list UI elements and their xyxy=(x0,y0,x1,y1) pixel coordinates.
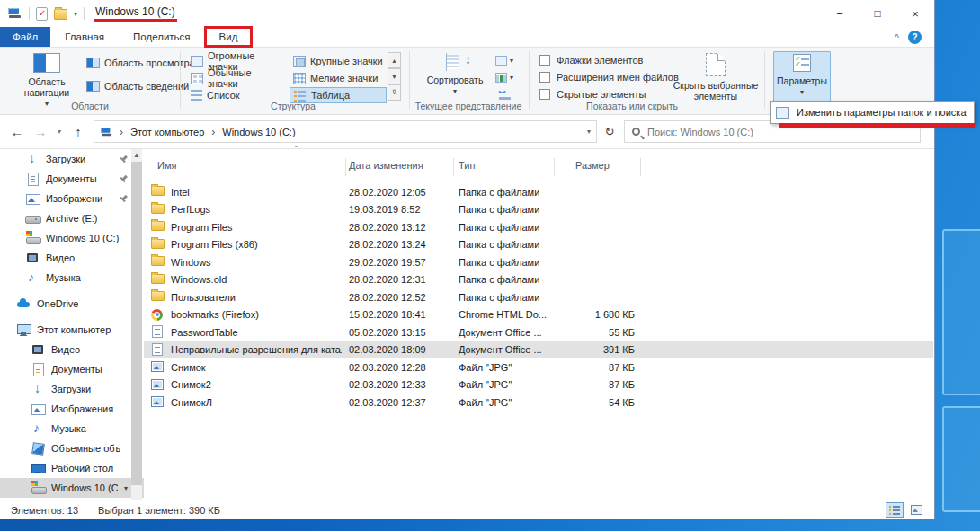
sidebar-item[interactable]: Этот компьютер xyxy=(0,320,144,340)
file-date: 02.03.2020 12:33 xyxy=(349,379,452,390)
recent-locations-icon[interactable]: ▾ xyxy=(52,128,67,136)
file-date: 28.02.2020 12:52 xyxy=(349,292,452,303)
file-name: PasswordTable xyxy=(171,327,342,338)
properties-icon[interactable] xyxy=(36,7,48,21)
crumb-separator: › xyxy=(211,126,215,138)
sidebar-item[interactable]: Документы xyxy=(0,169,144,189)
sidebar-item[interactable]: OneDrive xyxy=(0,294,144,314)
breadcrumb-current[interactable]: Windows 10 (C:) xyxy=(220,127,297,137)
sidebar-item[interactable]: Загрузки xyxy=(0,379,144,399)
add-columns-button[interactable]: ▾ xyxy=(489,70,520,85)
checkbox[interactable] xyxy=(539,55,550,66)
sidebar-item[interactable]: Документы xyxy=(0,359,144,379)
ribbon-tab[interactable]: Вид xyxy=(205,27,253,47)
up-button[interactable]: ↑ xyxy=(67,124,90,139)
sidebar-item[interactable]: Видео xyxy=(0,340,144,359)
ribbon-tab[interactable]: Файл xyxy=(0,27,50,47)
file-row[interactable]: Windows 29.02.2020 19:57 Папка с файлами xyxy=(144,253,933,271)
sidebar-item[interactable]: Видео xyxy=(0,248,144,268)
layout-option[interactable]: Обычные значки xyxy=(187,70,288,86)
checkbox[interactable] xyxy=(539,72,550,83)
details-view-button[interactable] xyxy=(886,502,904,518)
file-row[interactable]: Intel 28.02.2020 12:05 Папка с файлами xyxy=(144,183,933,201)
folder-icon xyxy=(151,239,165,249)
details-pane-button[interactable]: Область сведений xyxy=(86,81,189,92)
file-row[interactable]: Windows.old 28.02.2020 12:31 Папка с фай… xyxy=(144,271,933,289)
column-header[interactable]: Размер xyxy=(575,160,610,171)
gallery-scroll-down-icon[interactable]: ▼ xyxy=(388,68,401,84)
sidebar-item[interactable]: Загрузки xyxy=(0,149,144,169)
gallery-more-icon[interactable]: ⊽ xyxy=(388,84,401,101)
layout-option-label: Обычные значки xyxy=(208,67,284,89)
file-row[interactable]: Program Files 28.02.2020 13:12 Папка с ф… xyxy=(144,218,933,236)
thumbnails-view-button[interactable] xyxy=(907,502,925,518)
sidebar-scrollbar[interactable]: ▲ xyxy=(131,149,142,500)
sidebar-item[interactable]: Музыка xyxy=(0,419,144,438)
column-separator[interactable] xyxy=(554,158,555,176)
preview-pane-button[interactable]: Область просмотра xyxy=(86,58,195,68)
help-icon[interactable]: ? xyxy=(908,31,922,44)
folder-options-menu-item[interactable]: Изменить параметры папок и поиска xyxy=(797,107,967,118)
column-separator[interactable] xyxy=(345,158,346,176)
file-row[interactable]: bookmarks (Firefox) 15.02.2020 18:41 Chr… xyxy=(144,306,933,324)
sidebar-item-label: Windows 10 (C:) xyxy=(46,233,119,243)
column-header[interactable]: Дата изменения xyxy=(349,160,423,171)
layout-option[interactable]: Крупные значки xyxy=(290,53,387,69)
file-row[interactable]: Неправильные разрешения для катало... 02… xyxy=(144,341,933,359)
file-row[interactable]: PerfLogs 19.03.2019 8:52 Папка с файлами xyxy=(144,201,933,219)
gallery-scroll-up-icon[interactable]: ▲ xyxy=(388,52,401,68)
scroll-up-icon[interactable]: ▲ xyxy=(131,149,142,159)
system-menu-icon[interactable] xyxy=(8,8,22,19)
ribbon-tab[interactable]: Поделиться xyxy=(119,27,205,47)
file-row[interactable]: СнимокЛ 02.03.2020 12:37 Файл "JPG" 54 К… xyxy=(144,394,933,412)
column-separator[interactable] xyxy=(640,158,641,176)
minimize-button[interactable]: − xyxy=(821,0,859,27)
navigation-pane-icon xyxy=(33,53,60,73)
show-hide-checkbox-row[interactable]: Скрытые элементы xyxy=(539,89,646,100)
address-bar[interactable]: › Этот компьютер › Windows 10 (C:) ▾ xyxy=(94,120,597,143)
file-row[interactable]: Program Files (x86) 28.02.2020 13:24 Пап… xyxy=(144,236,933,254)
sidebar-item[interactable]: Archive (E:) xyxy=(0,208,144,228)
hide-selected-button[interactable]: Скрыть выбранные элементы xyxy=(671,51,761,102)
scrollbar-thumb[interactable] xyxy=(131,162,142,485)
sidebar-item[interactable]: Windows 10 (C:) ▾ xyxy=(0,478,144,498)
refresh-icon[interactable]: ↻ xyxy=(597,125,622,138)
sidebar-item[interactable]: Windows 10 (C:) xyxy=(0,228,144,248)
sidebar-item[interactable]: Музыка xyxy=(0,268,144,288)
file-row[interactable]: PasswordTable 05.02.2020 13:15 Документ … xyxy=(144,323,933,341)
3d-icon xyxy=(31,441,45,456)
collapse-ribbon-icon[interactable]: ^ xyxy=(895,32,899,43)
layout-option[interactable]: Мелкие значки xyxy=(290,70,387,86)
options-button[interactable]: Параметры ▾ xyxy=(773,51,831,103)
group-by-button[interactable]: ▾ xyxy=(489,53,520,68)
new-folder-icon[interactable] xyxy=(54,9,67,20)
show-hide-checkbox-row[interactable]: Флажки элементов xyxy=(539,55,643,66)
sidebar-item-label: Музыка xyxy=(51,423,86,434)
file-row[interactable]: Снимок 02.03.2020 12:28 Файл "JPG" 87 КБ xyxy=(144,358,933,376)
maximize-button[interactable]: □ xyxy=(859,0,896,27)
sidebar-item[interactable]: Изображения xyxy=(0,399,144,419)
options-dropdown-menu[interactable]: Изменить параметры папок и поиска xyxy=(770,101,975,124)
qat-customize-icon[interactable]: ▾ xyxy=(74,10,77,18)
sidebar-item[interactable]: Рабочий стол xyxy=(0,458,144,478)
breadcrumb-root[interactable]: Этот компьютер xyxy=(129,127,206,137)
sort-by-label: Сортировать xyxy=(427,75,484,85)
column-header[interactable]: Имя xyxy=(157,160,176,171)
file-row[interactable]: Пользователи 28.02.2020 12:52 Папка с фа… xyxy=(144,288,933,306)
file-date: 19.03.2019 8:52 xyxy=(349,204,452,215)
sort-by-button[interactable]: Сортировать ▾ xyxy=(423,51,487,97)
sidebar-item[interactable]: Объемные объ xyxy=(0,438,144,458)
column-header[interactable]: Тип xyxy=(459,160,475,171)
checkbox[interactable] xyxy=(539,89,550,100)
ribbon-tab[interactable]: Главная xyxy=(50,27,119,47)
close-button[interactable]: × xyxy=(896,0,934,27)
forward-button[interactable]: → xyxy=(29,124,52,139)
column-separator[interactable] xyxy=(453,158,454,176)
file-date: 02.03.2020 12:37 xyxy=(349,397,452,408)
address-dropdown-icon[interactable]: ▾ xyxy=(587,128,591,136)
expand-chevron-icon[interactable]: ▾ xyxy=(124,484,128,492)
show-hide-checkbox-row[interactable]: Расширения имен файлов xyxy=(539,72,679,83)
back-button[interactable]: ← xyxy=(5,124,29,139)
file-row[interactable]: Снимок2 02.03.2020 12:33 Файл "JPG" 87 К… xyxy=(144,376,933,394)
sidebar-item[interactable]: Изображени xyxy=(0,189,144,208)
